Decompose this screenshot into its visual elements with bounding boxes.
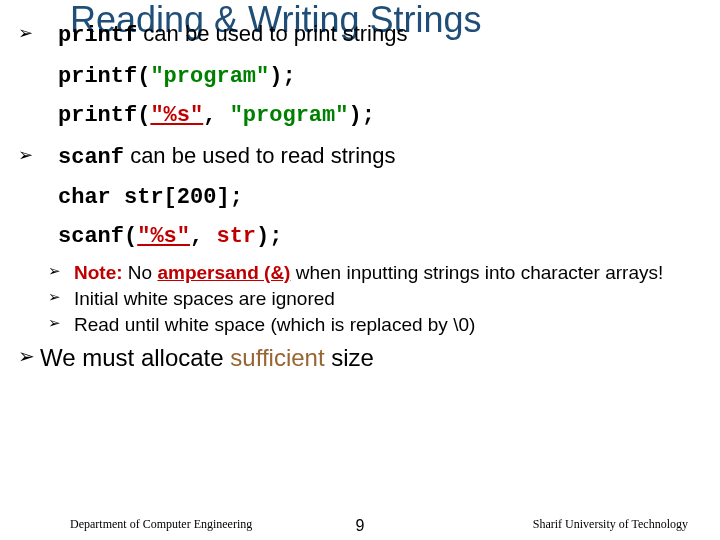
final-seg: size [325, 344, 374, 371]
bullet-text: scanf can be used to read strings [58, 142, 702, 172]
code-scanf: scanf("%s", str); [18, 224, 702, 249]
arrow-icon: ➢ [46, 261, 74, 281]
code-printf-literal: printf("program"); [18, 64, 702, 89]
note-seg: No [123, 262, 158, 283]
code-string: "program" [150, 64, 269, 89]
code-format: "%s" [150, 103, 203, 128]
code-arg: str [216, 224, 256, 249]
sub-bullet-whitespace: ➢ Initial white spaces are ignored [46, 287, 702, 311]
arrow-icon: ➢ [18, 142, 58, 166]
code-seg: ); [256, 224, 282, 249]
arrow-icon: ➢ [18, 20, 58, 44]
final-text: We must allocate sufficient size [40, 344, 374, 372]
footer-right: Sharif University of Technology [533, 517, 688, 532]
final-seg: We must allocate [40, 344, 230, 371]
code-string: "program" [230, 103, 349, 128]
footer-left: Department of Computer Engineering [70, 517, 252, 532]
code-seg: ); [269, 64, 295, 89]
sub-bullet-list: ➢ Note: No ampersand (&) when inputting … [18, 261, 702, 336]
sub-text: Note: No ampersand (&) when inputting st… [74, 261, 702, 285]
code-inline: printf [58, 23, 137, 48]
sub-bullet-readuntil: ➢ Read until white space (which is repla… [46, 313, 702, 337]
sub-text: Read until white space (which is replace… [74, 313, 702, 337]
bullet-suffix: can be used to read strings [124, 143, 396, 168]
note-ampersand: ampersand (&) [157, 262, 290, 283]
code-char-decl: char str[200]; [18, 185, 702, 210]
bullet-suffix: can be used to print strings [137, 21, 407, 46]
code-seg: ); [348, 103, 374, 128]
slide-number: 9 [356, 517, 365, 535]
bullet-scanf: ➢ scanf can be used to read strings [18, 142, 702, 172]
code-format: "%s" [137, 224, 190, 249]
code-seg: , [190, 224, 216, 249]
arrow-icon: ➢ [46, 313, 74, 333]
code-seg: , [203, 103, 229, 128]
code-seg: printf( [58, 64, 150, 89]
arrow-icon: ➢ [18, 344, 40, 368]
code-printf-format: printf("%s", "program"); [18, 103, 702, 128]
final-highlight: sufficient [230, 344, 324, 371]
sub-text: Initial white spaces are ignored [74, 287, 702, 311]
arrow-icon: ➢ [46, 287, 74, 307]
bullet-allocate: ➢ We must allocate sufficient size [18, 344, 702, 372]
slide-footer: Department of Computer Engineering 9 Sha… [0, 517, 720, 532]
bullet-printf: ➢ printf can be used to print strings [18, 20, 702, 50]
code-inline: scanf [58, 145, 124, 170]
code-seg: printf( [58, 103, 150, 128]
note-label: Note: [74, 262, 123, 283]
note-seg: when inputting strings into character ar… [290, 262, 663, 283]
code-seg: scanf( [58, 224, 137, 249]
sub-bullet-note: ➢ Note: No ampersand (&) when inputting … [46, 261, 702, 285]
bullet-text: printf can be used to print strings [58, 20, 702, 50]
